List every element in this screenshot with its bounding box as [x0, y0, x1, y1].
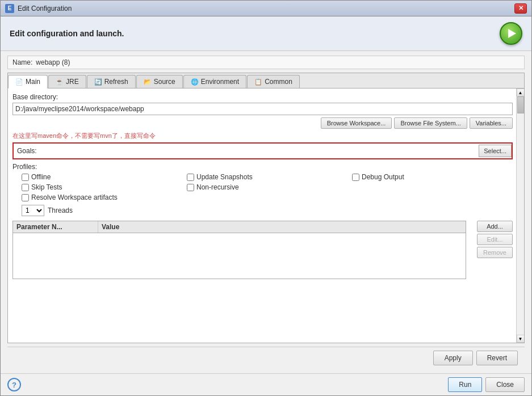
footer: ? Run Close [1, 373, 531, 395]
revert-button[interactable]: Revert [476, 351, 518, 365]
title-bar-left: E Edit Configuration [5, 4, 72, 13]
window-icon: E [5, 4, 14, 13]
help-button[interactable]: ? [7, 378, 21, 391]
skip-tests-checkbox[interactable] [22, 184, 29, 191]
update-snapshots-checkbox-item: Update Snapshots [187, 173, 347, 181]
common-tab-label: Common [265, 78, 292, 86]
edit-parameter-button[interactable]: Edit... [477, 234, 513, 245]
offline-checkbox[interactable] [22, 174, 29, 181]
param-value-header: Value [98, 221, 466, 233]
common-tab-icon: 📋 [254, 78, 262, 86]
threads-label: Threads [48, 207, 73, 214]
name-row: Name: webapp (8) [7, 56, 525, 69]
help-icon: ? [12, 381, 16, 389]
name-value: webapp (8) [36, 58, 70, 66]
jre-tab-icon: ☕ [56, 78, 64, 86]
content-area: Name: webapp (8) 📄 Main ☕ JRE 🔄 Refresh [1, 51, 531, 373]
debug-output-checkbox[interactable] [352, 174, 359, 181]
environment-tab-icon: 🌐 [191, 78, 199, 86]
params-table-wrapper: Parameter N... Value [12, 221, 475, 279]
source-tab-icon: 📂 [144, 78, 152, 86]
title-bar: E Edit Configuration ✕ [1, 1, 531, 16]
param-name-header: Parameter N... [13, 221, 98, 233]
checkboxes-grid: Offline Update Snapshots Debug Output [12, 173, 513, 191]
refresh-tab-icon: 🔄 [94, 78, 102, 86]
update-snapshots-label: Update Snapshots [196, 173, 253, 181]
debug-output-checkbox-item: Debug Output [352, 173, 513, 181]
variables-button[interactable]: Variables... [470, 117, 513, 129]
name-label: Name: [12, 58, 32, 66]
header-section: Edit configuration and launch. [1, 16, 531, 51]
profiles-section: Profiles: Offline Update Snapshots De [12, 163, 513, 216]
tab-main-content: Base directory: Browse Workspace... Brow… [8, 89, 524, 343]
bottom-buttons: Apply Revert [7, 347, 525, 369]
resolve-row: Resolve Workspace artifacts [12, 193, 513, 201]
goals-select-button[interactable]: Select... [479, 145, 512, 157]
tab-environment[interactable]: 🌐 Environment [183, 75, 246, 88]
offline-label: Offline [31, 173, 51, 181]
hint-text: 在这里写maven命令，不需要写mvn了，直接写命令 [12, 132, 513, 140]
skip-tests-label: Skip Tests [31, 183, 62, 191]
main-tab-icon: 📄 [15, 78, 23, 86]
params-table-body [13, 233, 466, 279]
scroll-down-arrow[interactable]: ▼ [517, 335, 525, 343]
non-recursive-checkbox[interactable] [187, 184, 194, 191]
base-directory-label: Base directory: [12, 93, 513, 101]
footer-close-button[interactable]: Close [485, 377, 525, 392]
tabs-container: 📄 Main ☕ JRE 🔄 Refresh 📂 Source 🌐 [7, 73, 525, 343]
params-side-buttons: Add... Edit... Remove [477, 221, 513, 279]
tab-common[interactable]: 📋 Common [247, 75, 300, 88]
base-directory-input[interactable] [12, 103, 513, 115]
non-recursive-checkbox-item: Non-recursive [187, 183, 347, 191]
goals-row: Goals: Select... [12, 142, 513, 159]
debug-output-label: Debug Output [362, 173, 404, 181]
jre-tab-label: JRE [66, 78, 79, 86]
non-recursive-label: Non-recursive [196, 183, 239, 191]
window-title: Edit Configuration [18, 5, 72, 12]
remove-parameter-button[interactable]: Remove [477, 247, 513, 258]
browse-file-system-button[interactable]: Browse File System... [394, 117, 467, 129]
offline-checkbox-item: Offline [22, 173, 182, 181]
goals-label: Goals: [15, 147, 37, 155]
run-launch-button[interactable] [500, 22, 522, 45]
scroll-up-arrow[interactable]: ▲ [517, 89, 525, 96]
update-snapshots-checkbox[interactable] [187, 174, 194, 181]
vertical-scrollbar[interactable]: ▲ ▼ [516, 89, 524, 343]
apply-button[interactable]: Apply [433, 351, 473, 365]
footer-right-buttons: Run Close [448, 377, 525, 392]
main-window: E Edit Configuration ✕ Edit configuratio… [0, 0, 532, 396]
scrollbar-thumb[interactable] [517, 96, 524, 113]
tab-main[interactable]: 📄 Main [8, 75, 48, 89]
scrollbar-track [517, 96, 525, 335]
refresh-tab-label: Refresh [104, 78, 128, 86]
resolve-workspace-label: Resolve Workspace artifacts [31, 193, 118, 201]
environment-tab-label: Environment [201, 78, 239, 86]
params-table-header: Parameter N... Value [13, 221, 466, 233]
threads-select[interactable]: 1 2 4 [22, 205, 44, 216]
run-icon [508, 29, 516, 38]
params-area: Parameter N... Value Add... Edit... Remo… [12, 221, 513, 279]
run-button[interactable]: Run [448, 377, 482, 392]
main-tab-label: Main [26, 78, 40, 86]
tab-refresh[interactable]: 🔄 Refresh [87, 75, 136, 88]
params-table: Parameter N... Value [12, 221, 466, 279]
add-parameter-button[interactable]: Add... [477, 221, 513, 232]
threads-row: 1 2 4 Threads [12, 205, 513, 216]
close-window-button[interactable]: ✕ [514, 3, 527, 14]
profiles-label: Profiles: [12, 163, 513, 171]
tab-jre[interactable]: ☕ JRE [48, 75, 86, 88]
tab-source[interactable]: 📂 Source [136, 75, 183, 88]
header-title: Edit configuration and launch. [10, 29, 124, 38]
browse-workspace-button[interactable]: Browse Workspace... [321, 117, 392, 129]
skip-tests-checkbox-item: Skip Tests [22, 183, 182, 191]
source-tab-label: Source [154, 78, 175, 86]
resolve-workspace-checkbox[interactable] [22, 194, 29, 201]
tabs-bar: 📄 Main ☕ JRE 🔄 Refresh 📂 Source 🌐 [8, 73, 524, 89]
goals-input[interactable] [41, 145, 475, 157]
